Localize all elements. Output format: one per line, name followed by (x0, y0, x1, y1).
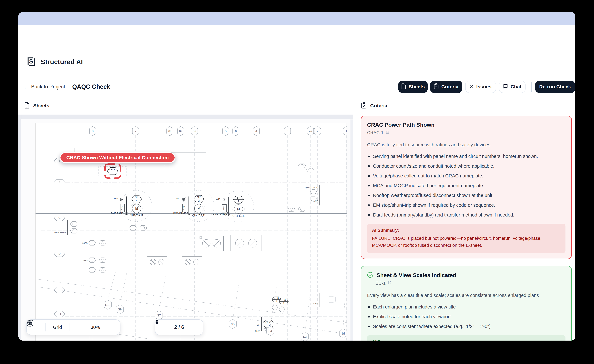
svg-text:8: 8 (92, 130, 94, 133)
svg-text:WP: WP (176, 197, 180, 200)
svg-text:C: C (59, 216, 61, 220)
svg-text:6a: 6a (179, 130, 182, 133)
sheets-button-label: Sheets (409, 84, 425, 90)
criteria-bullet-item: EM stop/shunt-trip shown if required by … (367, 202, 566, 208)
back-arrow-icon[interactable]: ← (23, 81, 30, 93)
chat-button[interactable]: Chat (499, 81, 526, 93)
svg-text:QH4-1,3,5: QH4-1,3,5 (232, 214, 244, 217)
criteria-bullet-item: Explicit scale noted for each viewport (367, 313, 566, 320)
svg-text:TRX: TRX (275, 297, 279, 299)
svg-text:6: 6 (235, 130, 237, 133)
svg-text:WP: WP (114, 197, 118, 200)
svg-text:BMS PANEL: BMS PANEL (54, 231, 66, 234)
svg-text:4: 4 (136, 199, 137, 202)
criteria-panel: Criteria CRAC Power Path Shown CRAC-1 CR… (355, 98, 575, 341)
clipboard-check-icon (361, 102, 367, 109)
sheets-button[interactable]: Sheets (398, 81, 428, 93)
ai-summary-box: AI Summary: PASS: All enlarged plans sho… (367, 335, 566, 341)
svg-text:30AS: 30AS (82, 242, 88, 244)
svg-text:CRAC: CRAC (109, 168, 116, 171)
zoom-in-icon[interactable] (108, 324, 116, 331)
criteria-ref-label: CRAC-1 (367, 130, 384, 135)
screen-background: S Structured AI ← Back to Project QAQC C… (0, 0, 594, 364)
check-circle-icon (367, 272, 373, 279)
svg-text:SP: SP (197, 196, 201, 199)
svg-text:QH2-7,9,11: QH2-7,9,11 (130, 214, 143, 217)
svg-text:S4: S4 (269, 330, 272, 333)
svg-text:2a: 2a (309, 130, 312, 133)
next-sheet-icon[interactable] (191, 323, 198, 332)
rerun-check-button[interactable]: Re-run Check (535, 81, 575, 93)
document-icon (401, 83, 406, 90)
svg-text:6c: 6c (168, 130, 171, 133)
external-link-icon[interactable] (385, 130, 389, 135)
brand-logo-icon: S (26, 57, 36, 67)
zoom-out-icon[interactable] (75, 324, 82, 331)
svg-text:WP: WP (216, 198, 220, 200)
toolbar-divider (46, 323, 46, 332)
svg-text:CRAC: CRAC (265, 321, 272, 324)
svg-text:E1: E1 (58, 312, 61, 316)
svg-text:30AS: 30AS (313, 302, 318, 305)
svg-text:5a: 5a (193, 130, 196, 133)
svg-text:3: 3 (287, 130, 288, 133)
sheets-panel-header: Sheets (18, 98, 353, 114)
criteria-bullet-item: Scales are consistent where expected (e.… (367, 323, 566, 330)
browser-chrome-bar (18, 12, 575, 25)
svg-text:S10: S10 (105, 303, 110, 306)
criteria-description: CRAC is fully tied to source with rating… (367, 142, 566, 148)
svg-text:QH4-7,9,11: QH4-7,9,11 (192, 214, 206, 217)
criteria-card-fail[interactable]: CRAC Power Path Shown CRAC-1 CRAC is ful… (361, 116, 572, 259)
svg-text:BMS PANEL: BMS PANEL (173, 212, 187, 214)
svg-text:TRX: TRX (282, 299, 286, 301)
criteria-bullet-item: Conductor count/size and conduit noted w… (367, 163, 566, 169)
page-title: QAQC Check (72, 81, 110, 93)
external-link-icon[interactable] (388, 281, 392, 286)
criteria-panel-header: Criteria (355, 98, 575, 114)
chat-button-label: Chat (511, 84, 521, 90)
svg-text:30AS: 30AS (82, 259, 88, 262)
svg-text:4: 4 (256, 130, 257, 133)
svg-text:E: E (59, 288, 61, 292)
nav-divider (531, 82, 532, 92)
svg-text:1: 1 (238, 200, 239, 203)
issue-annotation-badge[interactable]: CRAC Shown Without Electrical Connection (60, 152, 176, 163)
issues-button[interactable]: Issues (465, 81, 496, 93)
criteria-card-pass[interactable]: Sheet & View Scales Indicated SC-1 Every… (361, 266, 572, 341)
svg-text:1: 1 (283, 302, 284, 305)
sheet-page-indicator: 2 / 6 (174, 324, 184, 330)
app-window: S Structured AI ← Back to Project QAQC C… (18, 12, 575, 341)
svg-text:1d: 1d (342, 332, 345, 335)
sheets-panel-title: Sheets (33, 103, 49, 108)
sheet-canvas[interactable]: 876c6a5a56432a21ABCDEE1WPVFDBMS PANELSP4… (18, 114, 353, 341)
svg-text:S7: S7 (157, 314, 161, 317)
zoom-level[interactable]: 30% (91, 325, 100, 330)
criteria-bullet-item: Voltage/phase called out to match CRAC n… (367, 173, 566, 179)
criteria-button[interactable]: Criteria (430, 81, 462, 93)
svg-text:S: S (29, 58, 33, 65)
grid-toggle[interactable]: Grid (53, 325, 62, 330)
svg-text:1: 1 (276, 300, 277, 302)
svg-text:BMS PANEL: BMS PANEL (111, 212, 125, 214)
svg-text:D: D (59, 252, 61, 255)
toolbar-divider (69, 323, 69, 332)
issues-button-label: Issues (476, 84, 492, 90)
svg-text:SP: SP (237, 196, 240, 199)
svg-text:VFD: VFD (183, 206, 185, 210)
svg-text:BMS PANEL: BMS PANEL (213, 212, 227, 215)
criteria-bullet-item: MCA and MOCP indicated per equipment nam… (367, 182, 566, 189)
sheets-panel: Sheets 876c6a5a56432a21ABCDEE1WPVFDBMS P… (18, 98, 353, 341)
svg-text:2: 2 (198, 199, 200, 202)
criteria-bullet-item: Serving panel identified with panel name… (367, 153, 566, 160)
svg-text:VFD: VFD (223, 206, 225, 210)
previous-sheet-icon[interactable] (160, 323, 167, 332)
clipboard-check-icon (434, 83, 439, 90)
back-to-project-link[interactable]: Back to Project (31, 81, 65, 93)
x-icon (470, 84, 474, 90)
svg-text:7: 7 (135, 130, 136, 133)
svg-text:B: B (59, 181, 61, 184)
svg-text:S9: S9 (118, 308, 122, 311)
criteria-card-list[interactable]: CRAC Power Path Shown CRAC-1 CRAC is ful… (355, 114, 575, 341)
rerun-check-label: Re-run Check (539, 84, 571, 90)
criteria-bullet-item: Rooftop weatherproof/fused disconnect sh… (367, 192, 566, 199)
